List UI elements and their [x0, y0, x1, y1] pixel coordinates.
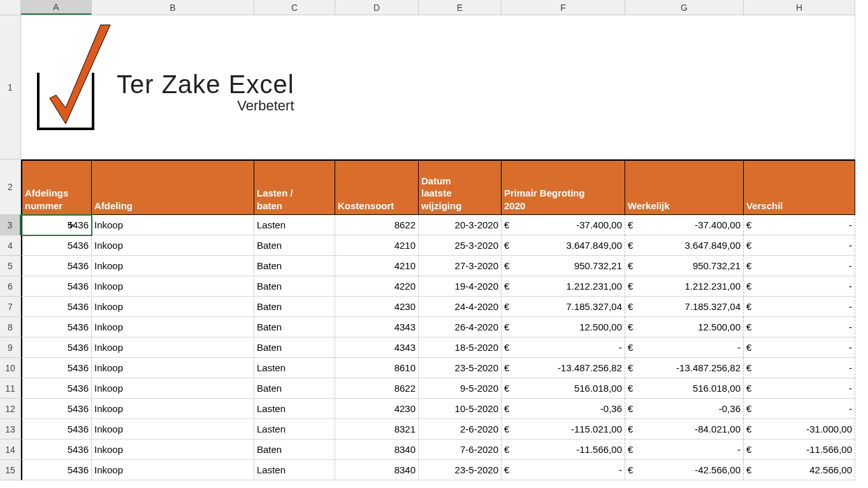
cell-F4[interactable]: €3.647.849,00: [502, 235, 625, 256]
cell-B12[interactable]: Inkoop: [92, 399, 254, 419]
cell-G15[interactable]: €-42.566,00: [625, 460, 744, 480]
cell-G12[interactable]: €-0,36: [625, 399, 744, 419]
cell-H14[interactable]: €-11.566,00: [744, 440, 855, 460]
cell-C11[interactable]: Baten: [254, 378, 335, 399]
cell-A6[interactable]: 5436: [21, 276, 92, 297]
cell-D15[interactable]: 8340: [335, 460, 419, 480]
cell-A11[interactable]: 5436: [21, 378, 92, 399]
cell-H6[interactable]: €-: [744, 276, 855, 297]
cell-H10[interactable]: €-: [744, 358, 855, 378]
cell-D11[interactable]: 8622: [335, 378, 419, 399]
row-header-10[interactable]: 10: [0, 358, 21, 378]
cell-A9[interactable]: 5436: [21, 337, 92, 358]
cell-C15[interactable]: Lasten: [254, 460, 335, 480]
row-header-8[interactable]: 8: [0, 317, 21, 337]
logo-cell[interactable]: Ter Zake Excel Verbetert: [21, 15, 855, 159]
cell-A5[interactable]: 5436: [21, 256, 92, 276]
row-header-3[interactable]: 3: [0, 215, 21, 235]
cell-D6[interactable]: 4220: [335, 276, 419, 297]
column-header-B[interactable]: B: [92, 0, 254, 15]
cell-G4[interactable]: €3.647.849,00: [625, 235, 744, 256]
cell-C4[interactable]: Baten: [254, 235, 335, 256]
column-header-E[interactable]: E: [419, 0, 502, 15]
table-header-H[interactable]: Verschil: [744, 159, 855, 215]
column-header-D[interactable]: D: [335, 0, 419, 15]
cell-G3[interactable]: €-37.400,00: [625, 215, 744, 235]
cell-E5[interactable]: 27-3-2020: [419, 256, 502, 276]
column-header-H[interactable]: H: [744, 0, 855, 15]
cell-D8[interactable]: 4343: [335, 317, 419, 337]
cell-E12[interactable]: 10-5-2020: [419, 399, 502, 419]
cell-F13[interactable]: €-115.021,00: [502, 419, 625, 440]
row-header-7[interactable]: 7: [0, 297, 21, 317]
cell-F14[interactable]: €-11.566,00: [502, 440, 625, 460]
cell-H11[interactable]: €-: [744, 378, 855, 399]
cell-F9[interactable]: €-: [502, 337, 625, 358]
cell-G5[interactable]: €950.732,21: [625, 256, 744, 276]
cell-E15[interactable]: 23-5-2020: [419, 460, 502, 480]
cell-H9[interactable]: €-: [744, 337, 855, 358]
row-header-11[interactable]: 11: [0, 378, 21, 399]
row-header-6[interactable]: 6: [0, 276, 21, 297]
cell-A15[interactable]: 5436: [21, 460, 92, 480]
cell-G7[interactable]: €7.185.327,04: [625, 297, 744, 317]
cell-B8[interactable]: Inkoop: [92, 317, 254, 337]
column-header-C[interactable]: C: [254, 0, 335, 15]
cell-E7[interactable]: 24-4-2020: [419, 297, 502, 317]
cell-C8[interactable]: Baten: [254, 317, 335, 337]
cell-C10[interactable]: Lasten: [254, 358, 335, 378]
row-header-4[interactable]: 4: [0, 235, 21, 256]
cell-B14[interactable]: Inkoop: [92, 440, 254, 460]
cell-H12[interactable]: €-: [744, 399, 855, 419]
cell-E4[interactable]: 25-3-2020: [419, 235, 502, 256]
cell-C6[interactable]: Baten: [254, 276, 335, 297]
row-header-1[interactable]: 1: [0, 15, 21, 159]
cell-D7[interactable]: 4230: [335, 297, 419, 317]
row-header-9[interactable]: 9: [0, 337, 21, 358]
cell-G11[interactable]: €516.018,00: [625, 378, 744, 399]
cell-B3[interactable]: Inkoop: [92, 215, 254, 235]
cell-D3[interactable]: 8622: [335, 215, 419, 235]
row-header-12[interactable]: 12: [0, 399, 21, 419]
cell-F7[interactable]: €7.185.327,04: [502, 297, 625, 317]
cell-C12[interactable]: Lasten: [254, 399, 335, 419]
cell-E3[interactable]: 20-3-2020: [419, 215, 502, 235]
cell-A3[interactable]: 5436✢: [21, 215, 92, 235]
cell-C5[interactable]: Baten: [254, 256, 335, 276]
cell-G13[interactable]: €-84.021,00: [625, 419, 744, 440]
table-header-F[interactable]: Primair Begroting 2020: [502, 159, 625, 215]
cell-F8[interactable]: €12.500,00: [502, 317, 625, 337]
table-header-C[interactable]: Lasten / baten: [254, 159, 335, 215]
cell-F6[interactable]: €1.212.231,00: [502, 276, 625, 297]
cell-F11[interactable]: €516.018,00: [502, 378, 625, 399]
cell-D4[interactable]: 4210: [335, 235, 419, 256]
cell-D10[interactable]: 8610: [335, 358, 419, 378]
cell-A7[interactable]: 5436: [21, 297, 92, 317]
cell-H3[interactable]: €-: [744, 215, 855, 235]
cell-B10[interactable]: Inkoop: [92, 358, 254, 378]
cell-G14[interactable]: €-: [625, 440, 744, 460]
cell-A8[interactable]: 5436: [21, 317, 92, 337]
cell-C3[interactable]: Lasten: [254, 215, 335, 235]
row-header-14[interactable]: 14: [0, 440, 21, 460]
cell-B11[interactable]: Inkoop: [92, 378, 254, 399]
table-header-E[interactable]: Datum laatste wijziging: [419, 159, 502, 215]
cell-E10[interactable]: 23-5-2020: [419, 358, 502, 378]
table-header-D[interactable]: Kostensoort: [335, 159, 419, 215]
cell-D5[interactable]: 4210: [335, 256, 419, 276]
row-header-5[interactable]: 5: [0, 256, 21, 276]
cell-D13[interactable]: 8321: [335, 419, 419, 440]
cell-D12[interactable]: 4230: [335, 399, 419, 419]
column-header-F[interactable]: F: [502, 0, 625, 15]
cell-B5[interactable]: Inkoop: [92, 256, 254, 276]
cell-C7[interactable]: Baten: [254, 297, 335, 317]
cell-H15[interactable]: €42.566,00: [744, 460, 855, 480]
cell-H13[interactable]: €-31.000,00: [744, 419, 855, 440]
cell-A12[interactable]: 5436: [21, 399, 92, 419]
cell-F15[interactable]: €-: [502, 460, 625, 480]
row-header-13[interactable]: 13: [0, 419, 21, 440]
cell-C9[interactable]: Baten: [254, 337, 335, 358]
cell-F3[interactable]: €-37.400,00: [502, 215, 625, 235]
cell-E14[interactable]: 7-6-2020: [419, 440, 502, 460]
cell-G6[interactable]: €1.212.231,00: [625, 276, 744, 297]
